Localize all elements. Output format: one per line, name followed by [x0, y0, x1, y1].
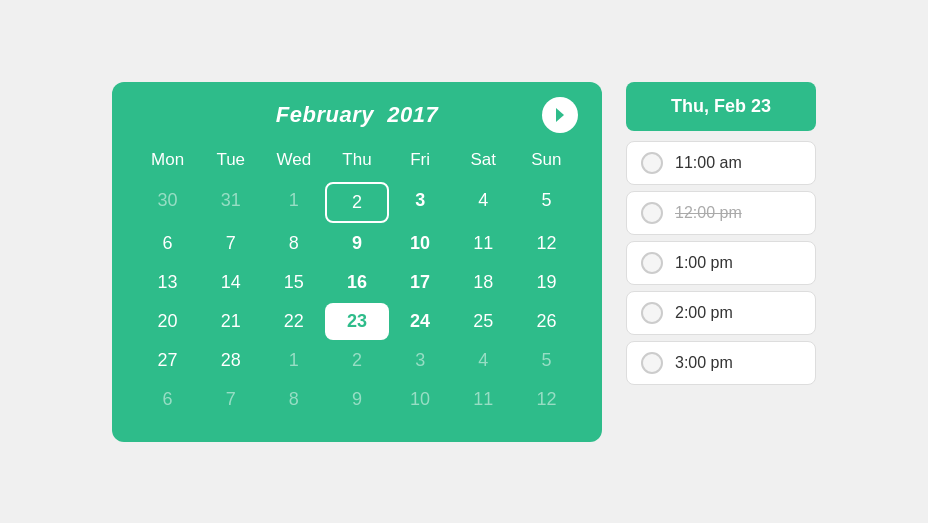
- calendar-day[interactable]: 24: [389, 303, 452, 340]
- chevron-right-icon: [554, 107, 566, 123]
- calendar-grid: MonTueWedThuFriSatSun3031123456789101112…: [136, 146, 578, 418]
- calendar-day[interactable]: 27: [136, 342, 199, 379]
- next-month-button[interactable]: [542, 97, 578, 133]
- calendar-month: February: [276, 102, 374, 127]
- day-header: Fri: [389, 146, 452, 180]
- day-header: Mon: [136, 146, 199, 180]
- time-option[interactable]: 2:00 pm: [626, 291, 816, 335]
- calendar-day[interactable]: 9: [325, 225, 388, 262]
- calendar-day[interactable]: 2: [325, 182, 388, 223]
- calendar-day[interactable]: 1: [262, 342, 325, 379]
- calendar-day[interactable]: 19: [515, 264, 578, 301]
- time-list: 11:00 am12:00 pm1:00 pm2:00 pm3:00 pm: [626, 141, 816, 391]
- calendar-day[interactable]: 7: [199, 225, 262, 262]
- calendar-day[interactable]: 9: [325, 381, 388, 418]
- time-option[interactable]: 1:00 pm: [626, 241, 816, 285]
- calendar-day[interactable]: 4: [452, 342, 515, 379]
- calendar-day[interactable]: 31: [199, 182, 262, 223]
- calendar-day[interactable]: 18: [452, 264, 515, 301]
- svg-marker-0: [556, 108, 564, 122]
- time-panel: Thu, Feb 23 11:00 am12:00 pm1:00 pm2:00 …: [626, 82, 816, 391]
- calendar-day[interactable]: 10: [389, 225, 452, 262]
- calendar-day[interactable]: 11: [452, 381, 515, 418]
- day-header: Tue: [199, 146, 262, 180]
- radio-circle: [641, 202, 663, 224]
- day-header: Wed: [262, 146, 325, 180]
- calendar-day[interactable]: 6: [136, 381, 199, 418]
- calendar-day[interactable]: 5: [515, 342, 578, 379]
- calendar-day[interactable]: 10: [389, 381, 452, 418]
- calendar-day[interactable]: 26: [515, 303, 578, 340]
- day-header: Sun: [515, 146, 578, 180]
- calendar-day[interactable]: 8: [262, 225, 325, 262]
- calendar-day[interactable]: 14: [199, 264, 262, 301]
- calendar-day[interactable]: 6: [136, 225, 199, 262]
- calendar-day[interactable]: 28: [199, 342, 262, 379]
- calendar-day[interactable]: 11: [452, 225, 515, 262]
- calendar-title: February 2017: [276, 102, 438, 128]
- radio-circle: [641, 252, 663, 274]
- time-label: 11:00 am: [675, 154, 742, 172]
- calendar-day[interactable]: 25: [452, 303, 515, 340]
- calendar-day[interactable]: 30: [136, 182, 199, 223]
- calendar-day[interactable]: 20: [136, 303, 199, 340]
- calendar-day[interactable]: 2: [325, 342, 388, 379]
- calendar-day[interactable]: 8: [262, 381, 325, 418]
- date-header: Thu, Feb 23: [626, 82, 816, 131]
- calendar-day[interactable]: 5: [515, 182, 578, 223]
- calendar-day[interactable]: 21: [199, 303, 262, 340]
- calendar-day[interactable]: 15: [262, 264, 325, 301]
- calendar-day[interactable]: 3: [389, 182, 452, 223]
- time-label: 2:00 pm: [675, 304, 733, 322]
- radio-circle: [641, 152, 663, 174]
- time-option[interactable]: 11:00 am: [626, 141, 816, 185]
- calendar: February 2017 MonTueWedThuFriSatSun30311…: [112, 82, 602, 442]
- calendar-year: 2017: [387, 102, 438, 127]
- time-option[interactable]: 3:00 pm: [626, 341, 816, 385]
- calendar-day[interactable]: 13: [136, 264, 199, 301]
- time-label: 1:00 pm: [675, 254, 733, 272]
- calendar-day[interactable]: 12: [515, 381, 578, 418]
- calendar-day[interactable]: 23: [325, 303, 388, 340]
- calendar-day[interactable]: 7: [199, 381, 262, 418]
- calendar-day[interactable]: 16: [325, 264, 388, 301]
- calendar-day[interactable]: 17: [389, 264, 452, 301]
- calendar-day[interactable]: 22: [262, 303, 325, 340]
- time-option[interactable]: 12:00 pm: [626, 191, 816, 235]
- radio-circle: [641, 302, 663, 324]
- calendar-day[interactable]: 1: [262, 182, 325, 223]
- main-container: February 2017 MonTueWedThuFriSatSun30311…: [112, 82, 816, 442]
- day-header: Thu: [325, 146, 388, 180]
- calendar-day[interactable]: 4: [452, 182, 515, 223]
- radio-circle: [641, 352, 663, 374]
- time-label: 3:00 pm: [675, 354, 733, 372]
- time-label: 12:00 pm: [675, 204, 742, 222]
- calendar-day[interactable]: 12: [515, 225, 578, 262]
- day-header: Sat: [452, 146, 515, 180]
- calendar-header: February 2017: [136, 102, 578, 128]
- calendar-day[interactable]: 3: [389, 342, 452, 379]
